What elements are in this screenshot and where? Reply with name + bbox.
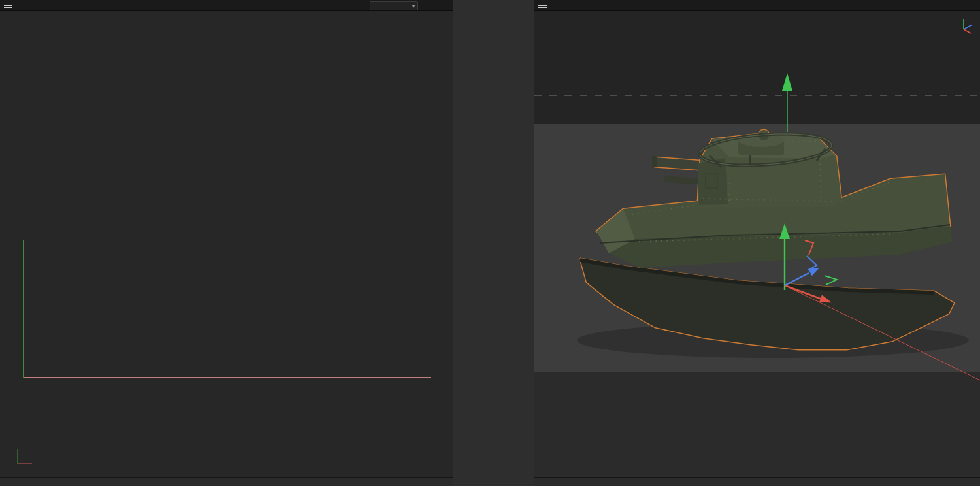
uv-editor-statusbar [0,477,453,486]
hamburger-icon[interactable] [538,3,547,8]
uv-axis-gizmo [9,443,46,472]
project-dropdown[interactable]: ▾ [370,1,418,10]
near-floor [534,372,980,477]
world-y-axis [782,73,792,132]
horizon-dashed-line [534,95,980,96]
hamburger-icon[interactable] [4,3,12,8]
perspective-menubar [534,0,980,11]
perspective-viewport[interactable] [534,10,980,477]
uv-v-axis-line [23,240,24,378]
move-icon [540,165,549,173]
uv-texture-canvas[interactable] [24,106,431,378]
camera-swap-icon[interactable] [755,12,764,20]
perspective-statusbar [534,477,980,486]
orientation-axis-gizmo[interactable] [951,10,980,40]
uv-command-panel [453,0,534,486]
camera-label[interactable] [693,12,823,20]
chevron-down-icon: ▾ [412,3,415,9]
active-tool-label [537,165,549,173]
bodypaint-uv-edit-layout: ▾ [0,0,980,486]
ground-plane [534,124,980,372]
uv-u-axis-line [24,377,431,378]
